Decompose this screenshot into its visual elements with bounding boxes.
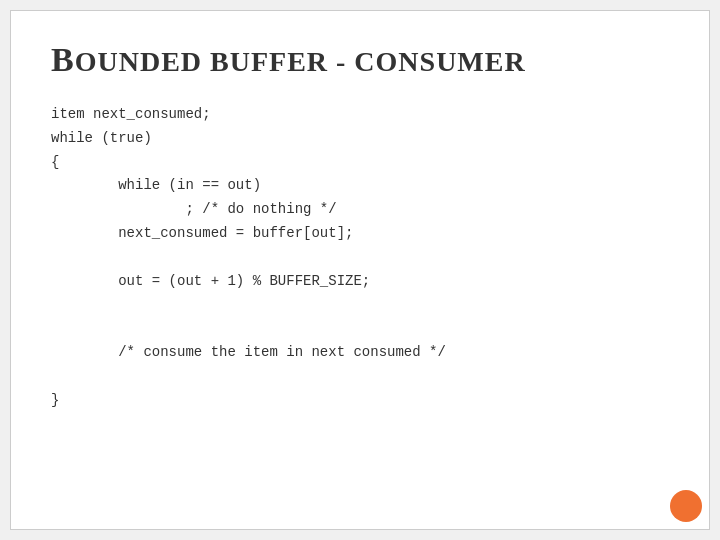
orange-circle-decoration (670, 490, 702, 522)
slide-title: BOUNDED BUFFER - CONSUMER (51, 41, 669, 79)
title-rest: OUNDED BUFFER - CONSUMER (75, 46, 526, 77)
slide-container: BOUNDED BUFFER - CONSUMER item next_cons… (10, 10, 710, 530)
title-first-letter: B (51, 41, 75, 78)
code-block: item next_consumed; while (true) { while… (51, 103, 669, 412)
